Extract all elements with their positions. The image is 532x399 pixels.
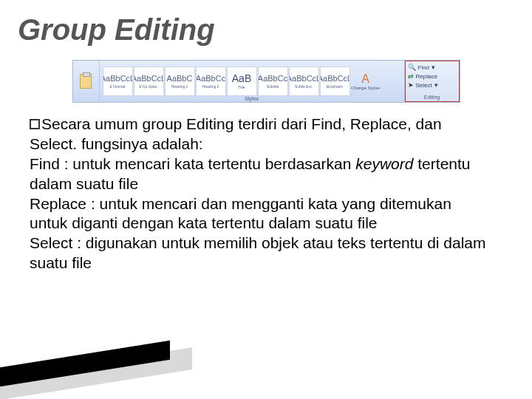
select-desc: Select : digunakan untuk memilih objek a… bbox=[30, 234, 486, 271]
style-subtleem: AaBbCcLSubtle Em. bbox=[289, 66, 319, 96]
style-subtitle: AaBbCcSubtitle bbox=[258, 66, 288, 96]
style-heading1: AaBbCHeading 1 bbox=[165, 66, 195, 96]
style-heading2: AaBbCcHeading 2 bbox=[196, 66, 226, 96]
body-paragraph: Secara umum group Editing terdiri dari F… bbox=[0, 112, 532, 273]
replace-icon: ⇄ bbox=[408, 73, 414, 80]
style-nospacing: AaBbCcLE No Spac. bbox=[134, 66, 164, 96]
change-styles-button: A Change Styles bbox=[351, 72, 381, 90]
editing-caption: Editing bbox=[408, 95, 457, 100]
select-label: Select bbox=[416, 82, 432, 89]
intro-text: Secara umum group Editing terdiri dari F… bbox=[30, 115, 442, 152]
clipboard-icon bbox=[80, 74, 92, 89]
style-emphasis: AaBbCcLEmphasis bbox=[320, 66, 350, 96]
style-normal: AaBbCcLE Normal bbox=[103, 66, 133, 96]
styles-caption: Styles bbox=[245, 96, 259, 101]
page-title: Group Editing bbox=[0, 0, 532, 54]
chevron-down-icon: ▾ bbox=[432, 64, 435, 71]
corner-decoration bbox=[0, 340, 200, 399]
replace-label: Replace bbox=[416, 73, 437, 80]
change-styles-icon: A bbox=[361, 72, 369, 86]
replace-desc: Replace : untuk mencari dan mengganti ka… bbox=[30, 195, 451, 232]
keyword-italic: keyword bbox=[355, 155, 413, 172]
paste-group bbox=[73, 61, 100, 102]
styles-group: AaBbCcLE Normal AaBbCcLE No Spac. AaBbCH… bbox=[100, 61, 405, 102]
binoculars-icon: 🔍 bbox=[408, 64, 416, 71]
replace-button: ⇄ Replace bbox=[408, 72, 457, 81]
find-desc-a: Find : untuk mencari kata tertentu berda… bbox=[30, 155, 355, 172]
bullet-checkbox-icon bbox=[30, 119, 40, 129]
editing-group: 🔍 Find ▾ ⇄ Replace ➤ Select ▾ Editing bbox=[405, 61, 460, 102]
find-label: Find bbox=[418, 64, 430, 71]
ribbon-screenshot: AaBbCcLE Normal AaBbCcLE No Spac. AaBbCH… bbox=[72, 60, 460, 103]
find-button: 🔍 Find ▾ bbox=[408, 63, 457, 72]
chevron-down-icon: ▾ bbox=[434, 82, 438, 89]
style-title: AaBTitle bbox=[227, 66, 257, 96]
select-button: ➤ Select ▾ bbox=[408, 81, 457, 89]
cursor-icon: ➤ bbox=[408, 82, 414, 89]
